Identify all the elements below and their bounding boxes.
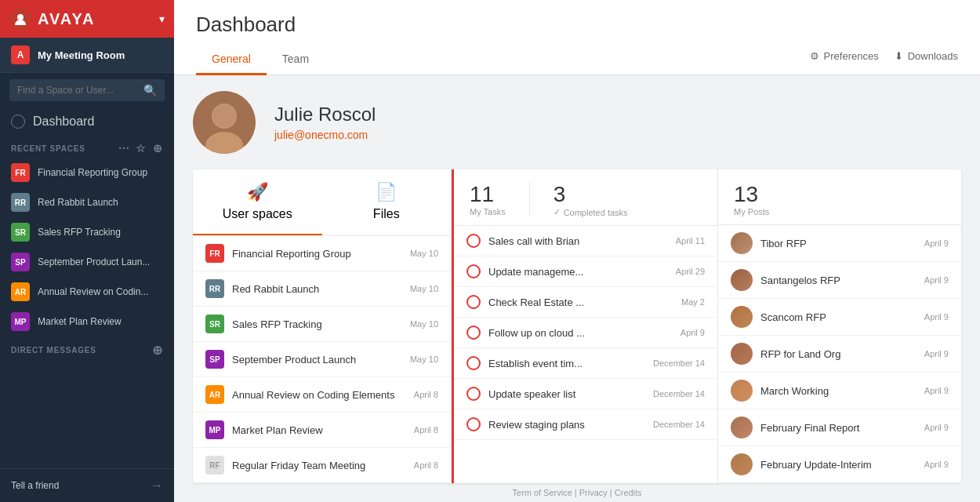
tab-team[interactable]: Team	[267, 45, 325, 75]
search-icon: 🔍	[143, 84, 157, 96]
task-circle-icon[interactable]	[466, 356, 481, 370]
chevron-down-icon[interactable]: ▾	[159, 13, 165, 25]
content-footer: Term of Service | Privacy | Credits	[193, 483, 961, 502]
table-row[interactable]: SP September Product Launch May 10	[193, 342, 451, 377]
more-icon[interactable]: ···	[118, 142, 129, 155]
downloads-action[interactable]: ⬇ Downloads	[895, 50, 958, 62]
task-circle-icon[interactable]	[466, 387, 481, 401]
svg-point-0	[17, 14, 24, 20]
sidebar-item-dashboard[interactable]: Dashboard	[0, 107, 174, 136]
sidebar-item-rr[interactable]: RR Red Rabbit Launch	[0, 187, 174, 217]
sp-label: September Product Laun...	[38, 256, 150, 267]
post-row: March Working April 9	[718, 373, 961, 409]
profile-info: Julie Roscol julie@onecmo.com	[274, 104, 376, 141]
files-label: Files	[373, 207, 400, 221]
sidebar-footer: Tell a friend →	[0, 468, 174, 502]
add-dm-icon[interactable]: ⊕	[152, 343, 163, 358]
table-row[interactable]: RF Regular Friday Team Meeting April 8	[193, 448, 451, 483]
table-row[interactable]: FR Financial Reporting Group May 10	[193, 236, 451, 271]
task-row: Update speaker list December 14	[454, 379, 717, 409]
star-icon[interactable]: ☆	[136, 142, 147, 155]
profile-section: Julie Roscol julie@onecmo.com	[193, 91, 961, 154]
spaces-list: FR Financial Reporting Group May 10 RR R…	[193, 236, 451, 483]
post-avatar	[731, 453, 753, 475]
post-row: February Update-Interim April 9	[718, 446, 961, 483]
post-row: Scancom RFP April 9	[718, 299, 961, 336]
my-tasks-stat: 11 My Tasks	[470, 182, 506, 217]
task-row: Check Real Estate ... May 2	[454, 287, 717, 318]
post-avatar	[731, 269, 753, 291]
task-circle-icon[interactable]	[466, 264, 481, 278]
tabs: General Team	[196, 45, 325, 75]
task-row: Update manageme... April 29	[454, 256, 717, 287]
sr-label: Sales RFP Tracking	[38, 227, 121, 238]
page-title: Dashboard	[196, 13, 958, 37]
rocket-icon: 🚀	[247, 182, 268, 202]
user-spaces-tab[interactable]: 🚀 User spaces	[193, 169, 322, 235]
sidebar-item-ar[interactable]: AR Annual Review on Codin...	[0, 277, 174, 307]
my-meeting-room[interactable]: A My Meeting Room	[0, 38, 174, 73]
profile-name: Julie Roscol	[274, 104, 376, 126]
sidebar-item-sr[interactable]: SR Sales RFP Tracking	[0, 217, 174, 247]
tasks-stat-header: 11 My Tasks 3 ✓ Completed tasks	[454, 169, 717, 226]
table-row[interactable]: RR Red Rabbit Launch May 10	[193, 271, 451, 307]
arrow-right-icon: →	[151, 478, 163, 493]
my-meeting-room-label: My Meeting Room	[38, 49, 125, 61]
tab-general[interactable]: General	[196, 45, 267, 75]
fr-badge: FR	[11, 163, 30, 182]
cards-area: 🚀 User spaces 📄 Files FR Financial Repor…	[193, 169, 961, 483]
posts-list: Tibor RFP April 9 Santangelos RFP April …	[718, 225, 961, 483]
table-row[interactable]: AR Annual Review on Coding Elements Apri…	[193, 377, 451, 413]
direct-messages-header: DIRECT MESSAGES ⊕	[0, 336, 174, 361]
post-row: Santangelos RFP April 9	[718, 262, 961, 299]
svg-point-4	[213, 105, 235, 127]
table-row[interactable]: MP Market Plan Review April 8	[193, 413, 451, 448]
sidebar-item-mp[interactable]: MP Market Plan Review	[0, 307, 174, 336]
add-space-icon[interactable]: ⊕	[153, 142, 163, 155]
downloads-label: Downloads	[908, 50, 958, 62]
post-avatar	[731, 417, 753, 438]
spaces-card-header: 🚀 User spaces 📄 Files	[193, 169, 451, 236]
tell-friend-label[interactable]: Tell a friend	[11, 480, 59, 491]
footer-links[interactable]: Term of Service | Privacy | Credits	[512, 488, 641, 497]
sidebar-item-label: Dashboard	[33, 115, 94, 129]
sr-badge: SR	[11, 223, 30, 242]
preferences-label: Preferences	[824, 50, 879, 62]
search-box: 🔍	[9, 79, 165, 101]
task-row: Review staging plans December 14	[454, 409, 717, 440]
files-tab[interactable]: 📄 Files	[322, 169, 452, 235]
sidebar-item-fr[interactable]: FR Financial Reporting Group	[0, 158, 174, 187]
fr-label: Financial Reporting Group	[38, 167, 147, 178]
task-row: Follow up on cloud ... April 9	[454, 318, 717, 348]
dashboard-circle-icon	[11, 115, 25, 129]
post-row: Tibor RFP April 9	[718, 225, 961, 262]
sidebar: AVAYA ▾ A My Meeting Room 🔍 Dashboard RE…	[0, 0, 174, 502]
ar-badge: AR	[11, 282, 30, 301]
table-row[interactable]: SR Sales RFP Tracking May 10	[193, 307, 451, 342]
task-circle-icon[interactable]	[466, 234, 481, 248]
file-icon: 📄	[376, 182, 397, 202]
task-circle-icon[interactable]	[466, 326, 481, 340]
profile-email[interactable]: julie@onecmo.com	[274, 129, 376, 141]
search-input[interactable]	[17, 85, 137, 96]
rr-badge: RR	[11, 193, 30, 212]
sidebar-item-sp[interactable]: SP September Product Laun...	[0, 247, 174, 277]
checkmark-icon: ✓	[554, 207, 561, 217]
task-row: Establish event tim... December 14	[454, 348, 717, 379]
post-avatar	[731, 306, 753, 328]
preferences-action[interactable]: ⚙ Preferences	[810, 50, 879, 62]
avatar-icon	[9, 8, 31, 30]
posts-header: 13 My Posts	[718, 169, 961, 225]
ar-label: Annual Review on Codin...	[38, 286, 148, 297]
task-circle-icon[interactable]	[466, 417, 481, 431]
task-circle-icon[interactable]	[466, 295, 481, 309]
rr-label: Red Rabbit Launch	[38, 197, 118, 208]
tasks-list: Sales call with Brian April 11 Update ma…	[454, 226, 717, 483]
completed-tasks-stat: 3 ✓ Completed tasks	[554, 182, 628, 217]
task-row: Sales call with Brian April 11	[454, 226, 717, 256]
posts-card: 13 My Posts Tibor RFP April 9	[718, 169, 961, 483]
post-avatar	[731, 380, 753, 402]
post-avatar	[731, 343, 753, 365]
meeting-room-icon: A	[11, 45, 30, 64]
tab-actions: ⚙ Preferences ⬇ Downloads	[810, 50, 958, 70]
